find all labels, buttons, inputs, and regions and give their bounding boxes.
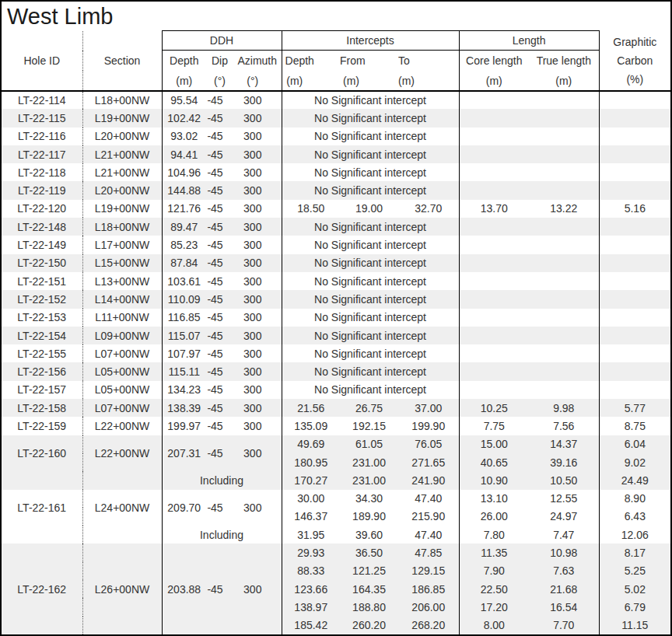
azimuth-cell: 300: [233, 309, 282, 327]
no-significant-intercept-cell: No Significant intercept: [282, 91, 459, 109]
core-length-cell: [459, 381, 529, 399]
col-group-length: Length: [459, 31, 599, 51]
intercept-depth-cell: 138.97: [282, 598, 340, 616]
true-length-cell: 12.55: [529, 490, 599, 508]
ddh-depth-cell: 134.23: [162, 381, 206, 399]
graphitic-carbon-cell: 24.49: [599, 471, 670, 489]
true-length-cell: [529, 218, 599, 236]
col-header-true-length: True length: [529, 51, 599, 72]
dip-cell: -45: [206, 218, 233, 236]
graphitic-carbon-cell: [599, 236, 670, 253]
section-cell: L18+00NW: [82, 218, 162, 236]
hole-id-cell: LT-22-159: [2, 417, 82, 435]
azimuth-cell: 300: [233, 218, 282, 236]
core-length-cell: 13.10: [459, 490, 529, 508]
true-length-cell: 7.63: [529, 562, 599, 580]
true-length-cell: [529, 128, 599, 145]
dip-cell: -45: [206, 163, 233, 181]
table-row: LT-22-117L21+00NW94.41-45300No Significa…: [2, 145, 670, 163]
ddh-depth-cell: 102.42: [162, 109, 206, 127]
graphitic-carbon-cell: 5.77: [599, 399, 670, 417]
table-row: LT-22-152L14+00NW110.09-45300No Signific…: [2, 290, 670, 308]
dip-cell: -45: [206, 543, 233, 634]
col-group-ddh: DDH: [162, 31, 282, 51]
hole-id-cell: LT-22-157: [2, 381, 82, 399]
no-significant-intercept-cell: No Significant intercept: [282, 236, 459, 253]
azimuth-cell: 300: [233, 290, 282, 308]
no-significant-intercept-cell: No Significant intercept: [282, 327, 459, 344]
col-header-from: From: [340, 51, 398, 72]
intercept-from-cell: 260.20: [340, 617, 398, 634]
true-length-cell: [529, 163, 599, 181]
ddh-depth-cell: 115.07: [162, 327, 206, 344]
core-length-cell: [459, 290, 529, 308]
section-cell: L07+00NW: [82, 344, 162, 362]
graphitic-carbon-cell: [599, 181, 670, 199]
true-length-cell: [529, 181, 599, 199]
ddh-depth-cell: 95.54: [162, 91, 206, 109]
true-length-cell: [529, 381, 599, 399]
dip-cell: -45: [206, 362, 233, 380]
intercept-from-cell: 36.50: [340, 543, 398, 561]
hole-id-cell: LT-22-115: [2, 109, 82, 127]
graphitic-carbon-cell: 6.79: [599, 598, 670, 616]
no-significant-intercept-cell: No Significant intercept: [282, 109, 459, 127]
ddh-depth-cell: 144.88: [162, 181, 206, 199]
no-significant-intercept-cell: No Significant intercept: [282, 163, 459, 181]
ddh-depth-cell: 121.76: [162, 200, 206, 218]
ddh-depth-cell: 110.09: [162, 290, 206, 308]
hole-id-cell: LT-22-148: [2, 218, 82, 236]
intercept-to-cell: 186.85: [398, 580, 459, 598]
intercept-to-cell: 129.15: [398, 562, 459, 580]
core-length-cell: 11.35: [459, 543, 529, 561]
graphitic-carbon-cell: 8.75: [599, 417, 670, 435]
dip-cell: -45: [206, 309, 233, 327]
header-group-row: Hole ID Section DDH Intercepts Length Gr…: [2, 31, 670, 51]
section-cell: L13+00NW: [82, 272, 162, 290]
dip-cell: -45: [206, 381, 233, 399]
intercept-from-cell: 231.00: [340, 453, 398, 471]
table-row: LT-22-160L22+00NW207.31-4530049.6961.057…: [2, 435, 670, 453]
true-length-cell: [529, 236, 599, 253]
no-significant-intercept-cell: No Significant intercept: [282, 128, 459, 145]
section-cell: L26+00NW: [82, 543, 162, 634]
no-significant-intercept-cell: No Significant intercept: [282, 145, 459, 163]
col-header-to: To: [398, 51, 459, 72]
hole-id-cell: LT-22-119: [2, 181, 82, 199]
core-length-cell: [459, 163, 529, 181]
true-length-cell: [529, 362, 599, 380]
ddh-depth-cell: 89.47: [162, 218, 206, 236]
true-length-cell: 7.56: [529, 417, 599, 435]
table-row: LT-22-150L15+00NW87.84-45300No Significa…: [2, 254, 670, 272]
section-cell: L19+00NW: [82, 109, 162, 127]
ddh-depth-cell: 87.84: [162, 254, 206, 272]
col-header-graphitic-carbon: Graphitic Carbon (%): [599, 31, 670, 92]
graphitic-carbon-cell: [599, 163, 670, 181]
unit-from: (m): [340, 71, 398, 91]
dip-cell: -45: [206, 490, 233, 526]
table-row: LT-22-149L17+00NW85.23-45300No Significa…: [2, 236, 670, 253]
section-cell: L22+00NW: [82, 417, 162, 435]
no-significant-intercept-cell: No Significant intercept: [282, 254, 459, 272]
azimuth-cell: 300: [233, 128, 282, 145]
table-row: LT-22-151L13+00NW103.61-45300No Signific…: [2, 272, 670, 290]
intercept-to-cell: 32.70: [398, 200, 459, 218]
core-length-cell: 8.00: [459, 617, 529, 634]
true-length-cell: 9.98: [529, 399, 599, 417]
intercept-from-cell: 34.30: [340, 490, 398, 508]
col-header-intercept-depth: Depth: [282, 51, 340, 72]
dip-cell: -45: [206, 327, 233, 344]
graphitic-carbon-cell: [599, 254, 670, 272]
section-cell: L22+00NW: [82, 435, 162, 472]
intercept-to-cell: 199.90: [398, 417, 459, 435]
ddh-depth-cell: 138.39: [162, 399, 206, 417]
core-length-cell: [459, 128, 529, 145]
core-length-cell: [459, 309, 529, 327]
hole-id-cell: LT-22-149: [2, 236, 82, 253]
graphitic-carbon-cell: 11.15: [599, 617, 670, 634]
section-cell: L11+00NW: [82, 309, 162, 327]
true-length-cell: [529, 290, 599, 308]
azimuth-cell: 300: [233, 362, 282, 380]
hole-id-cell: LT-22-154: [2, 327, 82, 344]
intercept-from-cell: 164.35: [340, 580, 398, 598]
